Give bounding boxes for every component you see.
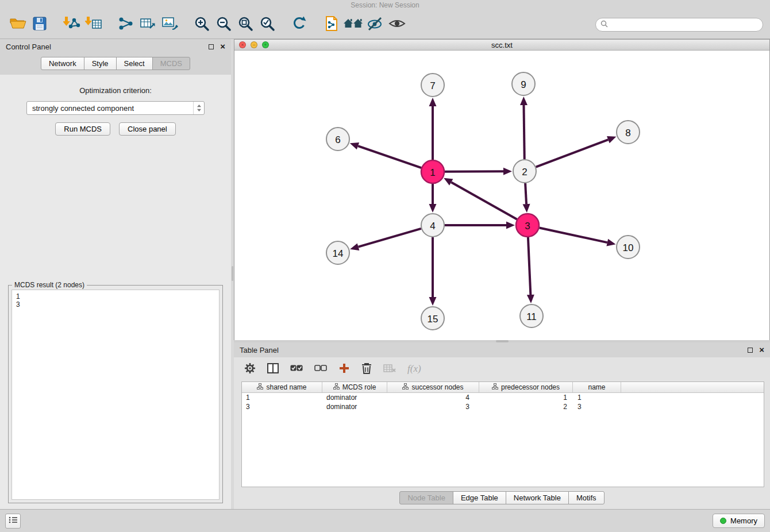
import-table-button[interactable]: [83, 14, 105, 36]
cell-successor-nodes: 4: [387, 394, 479, 402]
close-window-icon[interactable]: ×: [239, 41, 246, 48]
function-builder-button[interactable]: f(x): [407, 363, 421, 375]
maximize-window-icon[interactable]: +: [262, 41, 269, 48]
delete-column-button[interactable]: [361, 363, 372, 376]
graph-edge-2-9[interactable]: [523, 105, 524, 159]
graph-edge-1-2[interactable]: [445, 171, 503, 172]
tab-network-table[interactable]: Network Table: [506, 491, 569, 504]
column-header-name[interactable]: name: [573, 382, 621, 392]
import-network-button[interactable]: [61, 14, 83, 36]
export-table-button[interactable]: [137, 14, 159, 36]
image-export-icon: [161, 16, 178, 33]
tab-motifs[interactable]: Motifs: [568, 491, 605, 504]
mcds-result-text[interactable]: 1 3: [11, 290, 220, 500]
search-input[interactable]: [611, 20, 758, 29]
tab-style[interactable]: Style: [84, 57, 117, 70]
tab-select[interactable]: Select: [116, 57, 153, 70]
column-header-successor-nodes[interactable]: successor nodes: [387, 382, 479, 392]
svg-text:2: 2: [522, 167, 527, 178]
graphics-details-button[interactable]: [364, 14, 386, 36]
graph-node-3[interactable]: 3: [516, 214, 539, 237]
graph-edge-3-1[interactable]: [451, 182, 517, 219]
select-all-columns-button[interactable]: [290, 364, 303, 374]
table-row[interactable]: 1 dominator 4 1 1: [242, 393, 764, 402]
window-title: Session: New Session: [0, 0, 770, 10]
memory-label: Memory: [730, 516, 757, 525]
graph-node-6[interactable]: 6: [326, 128, 349, 151]
graph-edge-1-6[interactable]: [358, 146, 421, 168]
refresh-button[interactable]: [288, 14, 310, 36]
graph-node-11[interactable]: 11: [520, 304, 543, 327]
close-panel-button[interactable]: Close panel: [119, 122, 176, 136]
delete-table-button[interactable]: [383, 364, 396, 375]
new-network-button[interactable]: [115, 14, 137, 36]
graph-node-4[interactable]: 4: [421, 214, 444, 237]
splitter-handle[interactable]: [232, 266, 233, 281]
graph-node-14[interactable]: 14: [326, 241, 349, 264]
graph-node-15[interactable]: 15: [421, 307, 444, 330]
home-layout-button[interactable]: [342, 14, 364, 36]
show-columns-button[interactable]: [267, 363, 279, 375]
graph-node-1[interactable]: 1: [421, 160, 444, 183]
graph-node-7[interactable]: 7: [421, 74, 444, 97]
bird-view-button[interactable]: [386, 14, 408, 36]
column-header-shared-name[interactable]: shared name: [242, 382, 322, 392]
table-arrow-icon: [139, 16, 156, 33]
graph-edge-3-10[interactable]: [540, 228, 607, 242]
fx-icon: f(x): [407, 363, 421, 375]
zoom-fit-button[interactable]: [234, 14, 256, 36]
minimize-window-icon[interactable]: −: [251, 41, 257, 48]
optimization-criterion-select[interactable]: strongly connected component: [26, 101, 205, 115]
graph-edge-3-11[interactable]: [528, 237, 530, 295]
edge-arrowhead: [350, 243, 359, 250]
graph-edge-4-14[interactable]: [359, 229, 421, 247]
network-graph-svg[interactable]: 7968124314101511: [234, 51, 769, 340]
network-canvas[interactable]: 7968124314101511: [234, 51, 769, 341]
edge-arrowhead: [520, 97, 528, 105]
horizontal-splitter[interactable]: [234, 340, 770, 342]
graph-edge-2-8[interactable]: [536, 140, 609, 167]
graph-node-8[interactable]: 8: [617, 121, 640, 144]
tab-mcds[interactable]: MCDS: [152, 57, 190, 70]
tab-node-table[interactable]: Node Table: [399, 491, 453, 504]
svg-text:1: 1: [430, 167, 435, 178]
table-row[interactable]: 3 dominator 3 2 3: [242, 402, 764, 411]
open-session-button[interactable]: [7, 14, 29, 36]
zoom-selected-button[interactable]: [256, 14, 278, 36]
graph-edge-2-3[interactable]: [525, 183, 526, 204]
zoom-in-button[interactable]: [191, 14, 213, 36]
clone-network-button[interactable]: [321, 14, 342, 36]
graph-node-10[interactable]: 10: [617, 236, 640, 259]
vertical-splitter[interactable]: [231, 39, 234, 509]
float-panel-icon[interactable]: [748, 348, 753, 353]
close-panel-icon[interactable]: ×: [220, 44, 225, 49]
run-mcds-button[interactable]: Run MCDS: [55, 122, 110, 136]
search-field[interactable]: [595, 18, 763, 32]
export-image-button[interactable]: [159, 14, 180, 36]
column-header-predecessor-nodes[interactable]: predecessor nodes: [479, 382, 573, 392]
column-header-mcds-role[interactable]: MCDS role: [322, 382, 387, 392]
cell-mcds-role: dominator: [322, 394, 387, 402]
floppy-disk-icon: [32, 16, 48, 33]
float-panel-icon[interactable]: [209, 44, 214, 49]
zoom-out-button[interactable]: [213, 14, 234, 36]
tab-edge-table[interactable]: Edge Table: [453, 491, 506, 504]
memory-button[interactable]: Memory: [713, 514, 765, 528]
graph-node-2[interactable]: 2: [513, 160, 536, 183]
column-header-filler: [621, 382, 764, 392]
graph-node-9[interactable]: 9: [512, 72, 535, 95]
node-table: shared name MCDS role successor nodes pr…: [241, 381, 764, 487]
task-history-button[interactable]: [5, 514, 21, 529]
tab-network[interactable]: Network: [41, 57, 84, 70]
memory-status-icon: [720, 518, 726, 524]
eye-icon: [388, 17, 406, 32]
deselect-all-columns-button[interactable]: [314, 364, 327, 374]
add-column-button[interactable]: [338, 363, 350, 376]
svg-text:4: 4: [430, 221, 435, 232]
save-session-button[interactable]: [29, 14, 51, 36]
splitter-handle[interactable]: [496, 340, 509, 342]
network-view-window: scc.txt × − + 7968124314101511: [234, 39, 770, 340]
open-folder-icon: [9, 16, 26, 33]
close-panel-icon[interactable]: ×: [759, 347, 764, 353]
table-settings-button[interactable]: [244, 363, 256, 376]
